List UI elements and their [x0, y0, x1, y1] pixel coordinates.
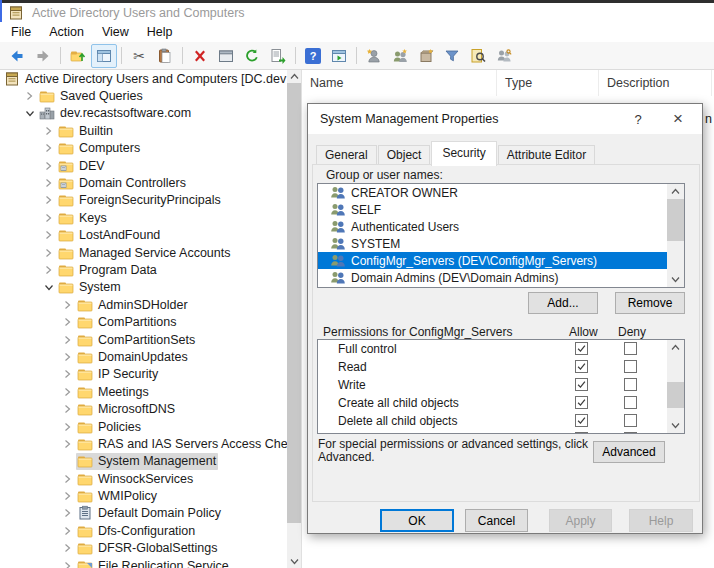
chevron-right-icon[interactable]: [40, 248, 57, 258]
deny-checkbox[interactable]: [624, 432, 637, 434]
help-button[interactable]: ?: [300, 44, 326, 68]
chevron-right-icon[interactable]: [59, 335, 76, 345]
tab-security[interactable]: Security: [431, 141, 496, 166]
allow-checked-checkbox[interactable]: [575, 360, 588, 373]
tree-scrollbar[interactable]: [287, 70, 301, 568]
dialog-help-icon[interactable]: ?: [627, 109, 649, 129]
deny-checkbox[interactable]: [624, 414, 637, 427]
chevron-right-icon[interactable]: [59, 491, 76, 501]
chevron-right-icon[interactable]: [59, 404, 76, 414]
tab-object[interactable]: Object: [378, 145, 431, 165]
chevron-right-icon[interactable]: [59, 317, 76, 327]
chevron-down-icon[interactable]: [40, 283, 57, 292]
tree-item-lostandfound[interactable]: LostAndFound: [0, 227, 288, 244]
paste-button[interactable]: [152, 44, 178, 68]
add-button[interactable]: Add...: [528, 292, 598, 314]
group-list-scrollbar[interactable]: [667, 184, 684, 287]
delete-button[interactable]: [187, 44, 213, 68]
deny-checkbox[interactable]: [624, 342, 637, 355]
deny-checkbox[interactable]: [624, 378, 637, 391]
tree-item-adminsdholder[interactable]: AdminSDHolder: [0, 296, 288, 313]
properties-button[interactable]: [213, 44, 239, 68]
scroll-down-icon[interactable]: [667, 272, 684, 287]
tree-item-foreignsecurityprincipals[interactable]: ForeignSecurityPrincipals: [0, 192, 288, 209]
show-console-tree-button[interactable]: [91, 44, 117, 68]
group-entry[interactable]: CREATOR OWNER: [318, 184, 667, 201]
apply-button[interactable]: Apply: [549, 509, 612, 532]
tree-item-computers[interactable]: Computers: [0, 140, 288, 157]
tree-item-compartitionsets[interactable]: ComPartitionSets: [0, 331, 288, 348]
scroll-thumb[interactable]: [667, 382, 684, 408]
tree-item-domain-controllers[interactable]: Domain Controllers: [0, 174, 288, 191]
dialog-titlebar[interactable]: System Management Properties ? ×: [308, 104, 702, 134]
tree-item-system[interactable]: System: [0, 279, 288, 296]
tree-item-meetings[interactable]: Meetings: [0, 383, 288, 400]
close-icon[interactable]: ×: [666, 108, 690, 130]
scroll-up-icon[interactable]: [287, 70, 301, 83]
cancel-button[interactable]: Cancel: [465, 509, 528, 532]
new-window-button[interactable]: [326, 44, 352, 68]
scroll-up-icon[interactable]: [667, 184, 684, 199]
permissions-scrollbar[interactable]: [667, 340, 684, 433]
tree-item-domainupdates[interactable]: DomainUpdates: [0, 348, 288, 365]
chevron-right-icon[interactable]: [40, 143, 57, 153]
menu-action[interactable]: Action: [40, 23, 93, 41]
new-user-button[interactable]: [361, 44, 387, 68]
deny-checkbox[interactable]: [624, 360, 637, 373]
find-button[interactable]: [465, 44, 491, 68]
deny-checkbox[interactable]: [624, 396, 637, 409]
tree-item-builtin[interactable]: Builtin: [0, 122, 288, 139]
allow-checkbox[interactable]: [575, 432, 588, 434]
export-list-button[interactable]: [265, 44, 291, 68]
group-entry[interactable]: ConfigMgr_Servers (DEV\ConfigMgr_Servers…: [318, 252, 667, 269]
tree-item-winsockservices[interactable]: WinsockServices: [0, 470, 288, 487]
chevron-right-icon[interactable]: [59, 526, 76, 536]
scroll-thumb[interactable]: [667, 199, 684, 241]
group-entry[interactable]: Authenticated Users: [318, 218, 667, 235]
tab-general[interactable]: General: [316, 145, 377, 165]
chevron-right-icon[interactable]: [40, 265, 57, 275]
chevron-right-icon[interactable]: [59, 474, 76, 484]
tree-item-dfsr-globalsettings[interactable]: DFSR-GlobalSettings: [0, 540, 288, 557]
menu-file[interactable]: File: [2, 23, 40, 41]
help-button[interactable]: Help: [629, 509, 693, 532]
tree-item-program-data[interactable]: Program Data: [0, 261, 288, 278]
tree-item-ip-security[interactable]: IP Security: [0, 366, 288, 383]
chevron-right-icon[interactable]: [40, 161, 57, 171]
tree-item-system-management[interactable]: System Management: [0, 453, 288, 470]
cut-button[interactable]: ✂: [126, 44, 152, 68]
add-to-group-button[interactable]: [413, 44, 439, 68]
scroll-up-icon[interactable]: [667, 340, 684, 355]
group-entry[interactable]: SYSTEM: [318, 235, 667, 252]
up-one-level-button[interactable]: [65, 44, 91, 68]
menu-help[interactable]: Help: [138, 23, 182, 41]
chevron-right-icon[interactable]: [40, 213, 57, 223]
tree-item-keys[interactable]: Keys: [0, 209, 288, 226]
allow-checked-checkbox[interactable]: [575, 342, 588, 355]
group-entry[interactable]: SELF: [318, 201, 667, 218]
new-group-button[interactable]: [387, 44, 413, 68]
chevron-right-icon[interactable]: [40, 230, 57, 240]
tree-item-microsoftdns[interactable]: MicrosoftDNS: [0, 400, 288, 417]
filter-button[interactable]: [439, 44, 465, 68]
chevron-right-icon[interactable]: [59, 561, 76, 568]
chevron-right-icon[interactable]: [59, 422, 76, 432]
allow-checked-checkbox[interactable]: [575, 378, 588, 391]
remove-button[interactable]: Remove: [615, 292, 685, 314]
menu-view[interactable]: View: [93, 23, 138, 41]
tree-item-dev[interactable]: DEV: [0, 157, 288, 174]
tree-item-dev-recastsoftware-com[interactable]: dev.recastsoftware.com: [0, 105, 288, 122]
chevron-right-icon[interactable]: [59, 352, 76, 362]
tree-item-wmipolicy[interactable]: WMIPolicy: [0, 487, 288, 504]
tree-item-ras-and-ias-servers-access-check[interactable]: RAS and IAS Servers Access Check: [0, 435, 288, 452]
chevron-right-icon[interactable]: [59, 300, 76, 310]
allow-checked-checkbox[interactable]: [575, 396, 588, 409]
tree-item-saved-queries[interactable]: Saved Queries: [0, 87, 288, 104]
chevron-down-icon[interactable]: [21, 109, 38, 118]
chevron-right-icon[interactable]: [59, 369, 76, 379]
tree-item-managed-service-accounts[interactable]: Managed Service Accounts: [0, 244, 288, 261]
tree-item-compartitions[interactable]: ComPartitions: [0, 313, 288, 330]
scroll-down-icon[interactable]: [287, 555, 301, 568]
allow-checked-checkbox[interactable]: [575, 414, 588, 427]
scroll-down-icon[interactable]: [667, 418, 684, 433]
